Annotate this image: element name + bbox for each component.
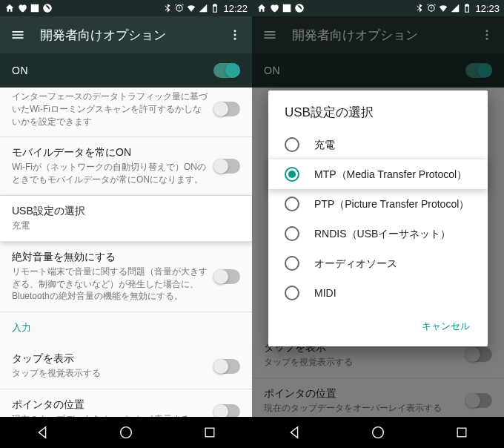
radio-audio[interactable]: オーディオソース: [268, 248, 488, 278]
setting-title: USB設定の選択: [12, 205, 240, 218]
setting-desc: 充電: [12, 220, 240, 232]
dialog-title: USB設定の選択: [268, 104, 488, 130]
svg-point-2: [234, 38, 236, 40]
appbar: 開発者向けオプション: [0, 16, 252, 53]
svg-rect-4: [205, 428, 214, 437]
battery-icon: [210, 3, 220, 13]
setting-desc: 現在のタップデータをオーバーレイ表示する: [12, 413, 208, 417]
statusbar: 12:22: [0, 0, 252, 16]
setting-desc: Wi-Fiが（ネットワークの自動切り替えで）ONのときでもモバイルデータが常にO…: [12, 161, 208, 186]
radio-icon: [285, 167, 299, 182]
radio-ptp[interactable]: PTP（Picture Transfer Protocol）: [268, 189, 488, 219]
svg-rect-9: [457, 428, 466, 437]
switch[interactable]: [213, 269, 240, 284]
svg-point-8: [373, 427, 384, 438]
setting-title: 絶対音量を無効にする: [12, 251, 208, 264]
bluetooth-icon: [162, 3, 173, 13]
setting-wifi-roaming[interactable]: インターフェースのデータトラフィック量に基づいたWi-Fiローミングスキャンを許…: [0, 88, 252, 137]
nav-back-icon[interactable]: [282, 421, 306, 444]
heart-icon: [17, 3, 27, 13]
setting-pointer[interactable]: ポインタの位置 現在のタップデータをオーバーレイ表示する: [0, 389, 252, 417]
signal-icon: [198, 3, 208, 13]
battery-icon: [462, 3, 472, 13]
radio-icon: [285, 137, 299, 152]
no-sim-icon: [42, 3, 53, 13]
category-input: 入力: [0, 312, 252, 343]
setting-title: モバイルデータを常にON: [12, 146, 208, 159]
radio-charge[interactable]: 充電: [268, 130, 488, 159]
radio-label: MTP（Media Transfer Protocol）: [314, 168, 467, 181]
setting-desc: タップを視覚表示する: [12, 367, 208, 380]
setting-show-taps[interactable]: タップを表示 タップを視覚表示する: [0, 343, 252, 389]
cancel-button[interactable]: キャンセル: [414, 314, 477, 339]
radio-icon: [285, 197, 299, 211]
setting-desc: リモート端末で音量に関する問題（音量が大きすぎる、制御できないなど）が発生した場…: [12, 266, 208, 303]
setting-abs-volume[interactable]: 絶対音量を無効にする リモート端末で音量に関する問題（音量が大きすぎる、制御でき…: [0, 242, 252, 312]
radio-mtp[interactable]: MTP（Media Transfer Protocol）: [268, 159, 488, 189]
master-switch[interactable]: [213, 63, 240, 78]
setting-title: ポインタの位置: [12, 398, 208, 412]
svg-point-1: [234, 34, 236, 36]
no-sim-icon: [294, 3, 305, 13]
navbar: [252, 417, 504, 448]
signal-icon: [450, 3, 460, 13]
setting-usb-config[interactable]: USB設定の選択 充電: [0, 196, 252, 242]
nav-recent-icon[interactable]: [198, 421, 222, 444]
radio-label: PTP（Picture Transfer Protocol）: [314, 197, 469, 211]
nav-home-icon[interactable]: [114, 421, 138, 444]
nav-home-icon[interactable]: [366, 421, 390, 444]
setting-mobile-data[interactable]: モバイルデータを常にON Wi-Fiが（ネットワークの自動切り替えで）ONのとき…: [0, 137, 252, 196]
wifi-icon: [438, 3, 448, 13]
usb-config-dialog: USB設定の選択 充電 MTP（Media Transfer Protocol）…: [268, 90, 488, 346]
home-icon: [256, 3, 267, 13]
switch[interactable]: [213, 359, 240, 374]
switch[interactable]: [213, 102, 240, 116]
appbar-title: 開発者向けオプション: [40, 27, 213, 44]
clock: 12:23: [475, 3, 500, 14]
radio-label: 充電: [314, 138, 335, 151]
menu-icon[interactable]: [10, 27, 25, 42]
clock: 12:22: [223, 3, 248, 14]
image-icon: [282, 3, 292, 13]
master-toggle-row[interactable]: ON: [0, 53, 252, 88]
overflow-icon[interactable]: [228, 28, 242, 42]
switch[interactable]: [213, 159, 240, 174]
settings-list: インターフェースのデータトラフィック量に基づいたWi-Fiローミングスキャンを許…: [0, 88, 252, 417]
svg-point-3: [121, 427, 132, 438]
alarm-icon: [426, 3, 437, 13]
switch[interactable]: [213, 404, 240, 417]
bluetooth-icon: [414, 3, 425, 13]
radio-icon: [285, 256, 299, 271]
home-icon: [4, 3, 15, 13]
radio-icon: [285, 226, 299, 241]
screen-right: 12:23 開発者向けオプション ON タップを表示 タップを視覚表示する ポイ…: [252, 0, 504, 448]
heart-icon: [269, 3, 279, 13]
radio-icon: [285, 286, 299, 300]
screen-left: 12:22 開発者向けオプション ON インターフェースのデータトラフィック量に…: [0, 0, 252, 448]
wifi-icon: [186, 3, 196, 13]
alarm-icon: [174, 3, 185, 13]
image-icon: [30, 3, 40, 13]
svg-point-0: [234, 30, 236, 32]
statusbar: 12:23: [252, 0, 504, 16]
radio-label: オーディオソース: [314, 257, 397, 270]
setting-title: タップを表示: [12, 352, 208, 366]
radio-label: MIDI: [314, 286, 336, 300]
master-toggle-label: ON: [12, 65, 213, 76]
radio-rndis[interactable]: RNDIS（USBイーサネット）: [268, 219, 488, 248]
radio-midi[interactable]: MIDI: [268, 278, 488, 308]
nav-back-icon[interactable]: [30, 421, 54, 444]
setting-desc: インターフェースのデータトラフィック量に基づいたWi-Fiローミングスキャンを許…: [12, 90, 208, 128]
radio-label: RNDIS（USBイーサネット）: [314, 227, 451, 240]
navbar: [0, 417, 252, 448]
nav-recent-icon[interactable]: [450, 421, 474, 444]
